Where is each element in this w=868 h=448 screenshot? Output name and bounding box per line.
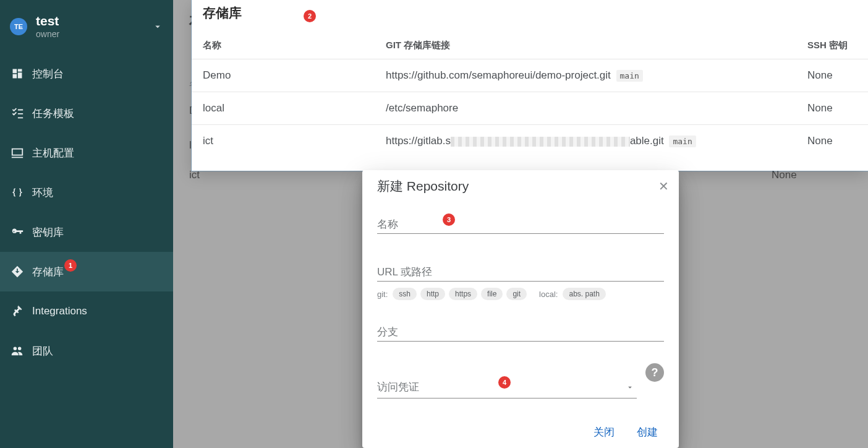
sidebar-item-key-store[interactable]: 密钥库 [0,212,173,252]
redacted-segment [451,137,630,147]
field-branch: 分支 [377,324,664,342]
sidebar-item-label: 任务模板 [32,106,74,121]
row-ssh: None [772,169,852,181]
hint-chip-ssh: ssh [393,288,417,300]
sidebar-item-dashboard[interactable]: 控制台 [0,54,173,93]
row-url: /etc/semaphore [386,102,807,114]
hint-chip-https: https [449,288,477,300]
project-title: test [36,14,59,28]
git-icon [10,264,25,279]
braces-icon [10,185,25,200]
plug-icon [10,304,25,319]
sidebar-nav: 控制台 任务模板 主机配置 环境 密钥库 [0,51,173,371]
url-hints: git: ssh http https file git local: abs.… [377,288,664,300]
row-url: https://github.com/semaphoreui/demo-proj… [386,69,807,82]
sidebar-item-label: Integrations [32,305,87,317]
project-avatar: TE [10,18,27,35]
row-ssh: None [807,69,857,82]
sidebar-item-inventory[interactable]: 主机配置 [0,133,173,173]
col-header-ssh[interactable]: SSH 密钥 [807,40,857,51]
row-ssh: None [807,135,857,147]
hint-chip-file: file [481,288,503,300]
field-credentials-select[interactable]: 访问凭证 4 [377,380,637,398]
sidebar-item-environment[interactable]: 环境 [0,173,173,212]
dashboard-icon [10,66,25,81]
sidebar-item-label: 密钥库 [32,225,64,239]
url-input[interactable] [377,264,664,282]
hint-chip-http: http [420,288,445,300]
branch-input[interactable] [377,324,664,342]
hint-chip-git: git [506,288,527,300]
row-url: https://gitlab.sable.git main [386,135,807,147]
panel-title: 存储库 [203,4,242,22]
step-badge-4: 4 [498,376,511,389]
sidebar: TE test owner 控制台 任务模板 主机配置 [0,0,173,448]
sidebar-item-label: 控制台 [32,67,64,81]
row-name: Demo [203,69,386,82]
field-url: URL 或路径 [377,264,664,282]
row-name: local [203,102,386,114]
help-icon[interactable]: ? [645,363,664,382]
table-row[interactable]: Demo https://github.com/semaphoreui/demo… [192,59,868,92]
create-button[interactable]: 创建 [637,425,658,439]
row-name: ict [203,135,386,147]
monitor-icon [10,145,25,160]
step-badge-3: 3 [443,213,455,226]
branch-chip: main [616,70,643,82]
repositories-panel: 存储库 2 名称 GIT 存储库链接 SSH 密钥 Demo https://g… [192,0,868,171]
chevron-down-icon [152,21,163,32]
col-header-url[interactable]: GIT 存储库链接 [386,40,807,51]
sidebar-item-label: 主机配置 [32,146,74,160]
new-repository-dialog: 新建 Repository ✕ 名称 3 URL 或路径 git: ssh ht… [362,170,679,448]
sidebar-item-repositories[interactable]: 存储库 1 [0,252,173,291]
col-header-name[interactable]: 名称 [203,40,386,51]
sidebar-item-integrations[interactable]: Integrations [0,291,173,331]
sidebar-item-team[interactable]: 团队 [0,331,173,371]
sidebar-item-label: 环境 [32,186,53,200]
table-row[interactable]: ict https://gitlab.sable.git main None [192,124,868,157]
step-badge-1: 1 [64,259,77,272]
hint-label-git: git: [377,290,388,299]
key-icon [10,225,25,239]
sidebar-item-label: 团队 [32,344,53,358]
step-badge-2: 2 [304,10,316,22]
hint-label-local: local: [539,290,558,299]
table-row[interactable]: local /etc/semaphore None [192,92,868,124]
checklist-icon [10,106,25,121]
sidebar-item-label: 存储库 [32,265,64,279]
branch-chip: main [669,136,696,147]
field-name: 名称 3 [377,216,664,234]
name-input[interactable] [377,216,664,234]
row-name: ict [189,169,375,181]
dialog-title: 新建 Repository [377,178,469,195]
row-ssh: None [807,102,857,114]
close-icon[interactable]: ✕ [658,179,669,194]
close-button[interactable]: 关闭 [594,425,615,439]
sidebar-item-task-templates[interactable]: 任务模板 [0,93,173,133]
chevron-down-icon [626,383,634,392]
field-label-credentials: 访问凭证 [377,380,419,394]
project-switcher[interactable]: TE test owner [0,0,173,51]
hint-chip-abspath: abs. path [563,288,605,300]
team-icon [10,343,25,358]
project-role: owner [36,29,59,39]
